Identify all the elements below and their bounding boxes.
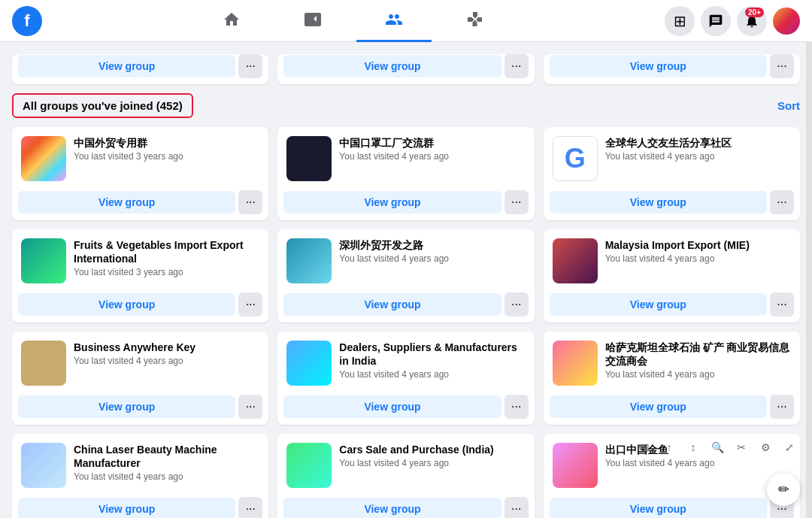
group-card-8: Dealers, Suppliers & Manufacturers in In… (277, 332, 534, 425)
tab-gaming[interactable] (438, 0, 513, 42)
more-btn-5[interactable]: ··· (504, 292, 529, 317)
group-info-9: 哈萨克斯坦全球石油 矿产 商业贸易信息交流商会 You last visited… (605, 341, 791, 380)
group-card-actions-8: View group ··· (277, 395, 534, 425)
more-btn-8[interactable]: ··· (504, 395, 529, 419)
group-visited-5: You last visited 4 years ago (339, 253, 525, 264)
bottom-toolbar: ⊞ ↑ ↕ 🔍 ✂ ⚙ ⤢ (635, 437, 800, 458)
view-group-btn-2[interactable]: View group (283, 191, 501, 214)
avatar[interactable] (773, 8, 800, 35)
more-btn-top-2[interactable]: ··· (504, 54, 529, 78)
partial-card-3: View group ··· (544, 54, 800, 84)
group-thumb-2 (286, 136, 332, 181)
view-group-btn-1[interactable]: View group (18, 191, 235, 214)
view-group-btn-top-2[interactable]: View group (283, 55, 501, 77)
view-group-btn-9[interactable]: View group (550, 395, 767, 418)
more-btn-9[interactable]: ··· (770, 395, 794, 419)
group-card-5: 深圳外贸开发之路 You last visited 4 years ago Vi… (277, 229, 534, 323)
group-name-6: Malaysia Import Export (MIE) (605, 238, 791, 252)
group-card-7: Business Anywhere Key You last visited 4… (12, 332, 268, 425)
group-info-3: 全球华人交友生活分享社区 You last visited 4 years ag… (605, 136, 791, 162)
toolbar-up-icon[interactable]: ↑ (659, 437, 680, 458)
group-visited-7: You last visited 4 years ago (74, 356, 259, 366)
view-group-btn-5[interactable]: View group (283, 293, 501, 316)
top-nav: f ⊞ 20+ (0, 0, 812, 42)
more-btn-7[interactable]: ··· (238, 395, 262, 419)
group-name-10: China Laser Beauty Machine Manufacturer (74, 443, 259, 470)
section-header: All groups you've joined (452) Sort (12, 93, 800, 118)
more-btn-10[interactable]: ··· (238, 497, 262, 518)
edit-fab[interactable]: ✏ (767, 473, 800, 506)
group-thumb-12 (553, 443, 598, 488)
group-info-1: 中国外贸专用群 You last visited 3 years ago (74, 136, 259, 162)
tab-home[interactable] (194, 0, 269, 42)
group-name-3: 全球华人交友生活分享社区 (605, 136, 791, 150)
group-thumb-5 (286, 238, 332, 283)
group-card-actions-1: View group ··· (12, 190, 268, 220)
view-group-btn-4[interactable]: View group (18, 293, 235, 316)
notifications-button[interactable]: 20+ (737, 6, 767, 36)
group-card-4: Fruits & Vegetables Import Export Intern… (12, 229, 268, 323)
group-thumb-11 (286, 443, 332, 488)
toolbar-zoom-icon[interactable]: 🔍 (707, 437, 728, 458)
tab-friends[interactable] (356, 0, 432, 42)
more-btn-4[interactable]: ··· (238, 292, 262, 317)
group-card-3: G 全球华人交友生活分享社区 You last visited 4 years … (544, 127, 800, 220)
group-card-actions-11: View group ··· (277, 497, 534, 518)
view-group-btn-top-3[interactable]: View group (550, 55, 767, 77)
group-card-content-3: G 全球华人交友生活分享社区 You last visited 4 years … (544, 127, 800, 190)
more-btn-2[interactable]: ··· (504, 190, 529, 214)
view-group-btn-3[interactable]: View group (550, 191, 767, 214)
group-name-8: Dealers, Suppliers & Manufacturers in In… (339, 341, 525, 368)
more-btn-6[interactable]: ··· (770, 292, 794, 317)
group-card-actions-6: View group ··· (544, 292, 800, 323)
view-group-btn-6[interactable]: View group (550, 293, 767, 316)
more-btn-11[interactable]: ··· (504, 497, 529, 518)
group-info-11: Cars Sale and Purchase (India) You last … (339, 443, 525, 468)
group-visited-9: You last visited 4 years ago (605, 369, 791, 380)
toolbar-grid-icon[interactable]: ⊞ (635, 437, 656, 458)
toolbar-crop-icon[interactable]: ✂ (731, 437, 752, 458)
group-name-9: 哈萨克斯坦全球石油 矿产 商业贸易信息交流商会 (605, 341, 791, 368)
group-card-content-2: 中国口罩工厂交流群 You last visited 4 years ago (277, 127, 534, 190)
toolbar-cursor-icon[interactable]: ↕ (683, 437, 704, 458)
sort-button[interactable]: Sort (777, 99, 800, 112)
partial-card-2: View group ··· (277, 54, 534, 84)
group-card-content-6: Malaysia Import Export (MIE) You last vi… (544, 229, 800, 292)
toolbar-row-1: ⊞ ↑ ↕ 🔍 ✂ ⚙ ⤢ (635, 437, 800, 458)
group-card-actions-7: View group ··· (12, 395, 268, 425)
view-group-btn-12[interactable]: View group (550, 498, 767, 518)
view-group-btn-11[interactable]: View group (283, 498, 501, 518)
group-thumb-4 (21, 238, 66, 283)
more-btn-3[interactable]: ··· (770, 190, 794, 214)
group-visited-10: You last visited 4 years ago (74, 471, 259, 482)
grid-button[interactable]: ⊞ (665, 6, 695, 36)
group-card-actions-3: View group ··· (544, 190, 800, 220)
view-group-btn-8[interactable]: View group (283, 395, 501, 418)
view-group-btn-top-1[interactable]: View group (18, 55, 235, 77)
tab-video[interactable] (275, 0, 350, 42)
more-btn-1[interactable]: ··· (238, 190, 262, 214)
messenger-button[interactable] (701, 6, 731, 36)
view-group-btn-7[interactable]: View group (18, 395, 235, 418)
more-btn-top-1[interactable]: ··· (238, 54, 262, 78)
group-name-2: 中国口罩工厂交流群 (339, 136, 525, 150)
notifications-badge: 20+ (745, 8, 764, 17)
more-btn-top-3[interactable]: ··· (770, 54, 794, 78)
view-group-btn-10[interactable]: View group (18, 498, 235, 518)
group-info-6: Malaysia Import Export (MIE) You last vi… (605, 238, 791, 264)
group-card-actions-4: View group ··· (12, 292, 268, 323)
group-name-1: 中国外贸专用群 (74, 136, 259, 150)
group-card-content-11: Cars Sale and Purchase (India) You last … (277, 434, 534, 497)
facebook-logo: f (12, 6, 42, 36)
group-info-4: Fruits & Vegetables Import Export Intern… (74, 238, 259, 277)
toolbar-settings-icon[interactable]: ⚙ (755, 437, 776, 458)
group-name-5: 深圳外贸开发之路 (339, 238, 525, 252)
group-visited-6: You last visited 4 years ago (605, 253, 791, 264)
group-card-actions-2: View group ··· (277, 190, 534, 220)
toolbar-expand-icon[interactable]: ⤢ (779, 437, 800, 458)
top-partial-row: View group ··· View group ··· View group… (12, 54, 800, 84)
group-info-2: 中国口罩工厂交流群 You last visited 4 years ago (339, 136, 525, 162)
group-card-content-7: Business Anywhere Key You last visited 4… (12, 332, 268, 395)
scrollbar[interactable] (806, 42, 812, 518)
group-card-actions-12: View group ··· (544, 497, 800, 518)
